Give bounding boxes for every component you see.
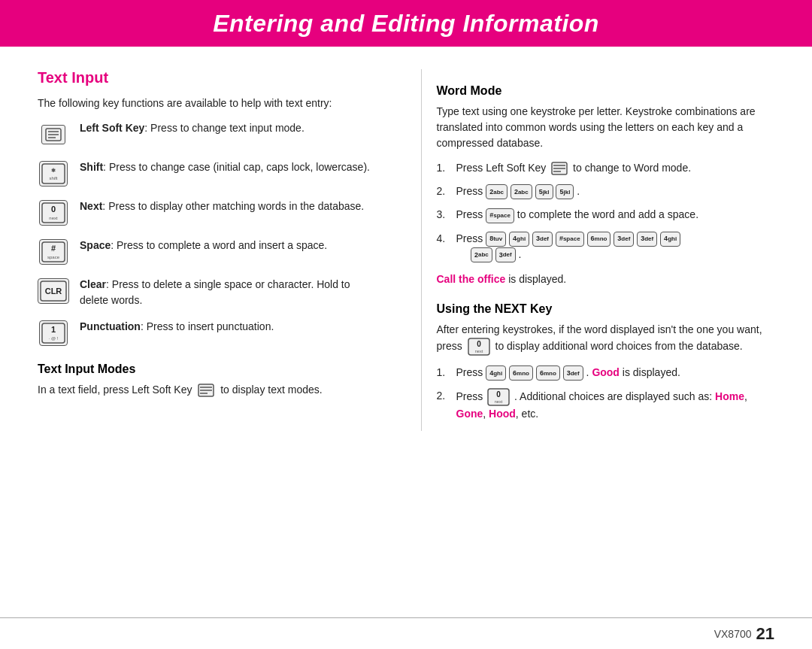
key-3def-s1: 3def <box>563 365 583 381</box>
list-item: 2. Press 0 next . Additional choices are… <box>437 388 775 422</box>
lsk-label: Left Soft Key <box>80 122 144 134</box>
punct-key-icon: 1 · @ ! <box>39 320 68 346</box>
svg-text:CLR: CLR <box>45 287 62 296</box>
modes-text: In a text field, press Left Soft Key to … <box>38 382 376 398</box>
word-mode-title: Word Mode <box>437 84 775 98</box>
space-key-icon: # space <box>39 239 68 265</box>
clr-key-icon: CLR <box>38 278 69 304</box>
step-content: Press 4ghi 6mno 6mno 3def . Good is disp… <box>456 365 775 381</box>
call-office-highlight: Call the office <box>437 273 506 285</box>
list-item: 1. Press Left Soft Key to change to Word… <box>437 160 775 176</box>
svg-text:· @ !: · @ ! <box>49 336 59 341</box>
step-num: 4. <box>437 231 452 247</box>
svg-text:space: space <box>47 255 60 259</box>
svg-text:next: next <box>49 216 58 220</box>
svg-text:shift: shift <box>49 176 57 180</box>
list-item: 1. Press 4ghi 6mno 6mno 3def . Good is d… <box>437 365 775 381</box>
key-4ghi-s1: 4ghi <box>486 365 506 381</box>
step-num: 2. <box>437 183 452 199</box>
list-item: ✱ shift Shift: Press to change case (ini… <box>38 159 376 188</box>
step-content: Press 2abc 2abc 5jkl 5jkl . <box>456 183 775 199</box>
call-office-suffix: is displayed. <box>505 273 566 285</box>
svg-text:✱: ✱ <box>51 168 56 173</box>
gone-highlight: Gone <box>456 408 483 420</box>
list-item: 2. Press 2abc 2abc 5jkl 5jkl . <box>437 183 775 199</box>
shift-key-icon: ✱ shift <box>39 161 68 187</box>
key-6mno: 6mno <box>587 232 611 247</box>
svg-rect-4 <box>42 164 65 183</box>
intro-text: The following key functions are availabl… <box>38 96 376 111</box>
lsk-desc: Left Soft Key: Press to change text inpu… <box>80 120 376 136</box>
text-input-title: Text Input <box>38 69 376 86</box>
punct-label: Punctuation <box>80 320 141 332</box>
key-6mno-s1-2: 6mno <box>536 365 560 381</box>
step-content: Press #space to complete the word and ad… <box>456 207 775 223</box>
key-3def-4: 3def <box>495 247 516 262</box>
next-key-icon: 0 next <box>39 200 68 226</box>
call-office-text: Call the office is displayed. <box>437 271 775 287</box>
key-2abc-3: 2abc <box>471 247 492 262</box>
svg-text:0: 0 <box>477 340 481 348</box>
svg-text:0: 0 <box>496 390 501 399</box>
clr-desc: Clear: Press to delete a single space or… <box>80 277 376 308</box>
key-6mno-s1: 6mno <box>509 365 533 381</box>
list-item: CLR Clear: Press to delete a single spac… <box>38 277 376 308</box>
modes-text-before: In a text field, press Left Soft Key <box>38 384 192 396</box>
shift-icon-wrap: ✱ shift <box>38 159 69 188</box>
next-icon-wrap: 0 next <box>38 199 69 227</box>
key-2abc-2: 2abc <box>511 184 532 199</box>
key-5jkl: 5jkl <box>535 184 553 199</box>
key-list: Left Soft Key: Press to change text inpu… <box>38 120 376 347</box>
left-column: Text Input The following key functions a… <box>38 69 391 431</box>
step-content: Press 8tuv 4ghi 3def #space 6mno 3def 3d… <box>456 231 775 263</box>
svg-text:1: 1 <box>51 325 56 334</box>
clr-icon-wrap: CLR <box>38 277 69 305</box>
space-label: Space <box>80 239 111 251</box>
footer-model: VX8700 <box>714 628 752 640</box>
step-num: 3. <box>437 207 452 223</box>
clr-label: Clear <box>80 278 106 290</box>
space-icon-wrap: # space <box>38 238 69 266</box>
key-hash-space: #space <box>486 208 514 223</box>
step-content: Press Left Soft Key to change to Word mo… <box>456 160 775 176</box>
svg-text:next: next <box>495 399 503 404</box>
right-column: Word Mode Type text using one keystroke … <box>421 69 775 431</box>
step-num: 2. <box>437 388 452 404</box>
shift-desc: Shift: Press to change case (initial cap… <box>80 159 376 175</box>
punct-desc: Punctuation: Press to insert punctuation… <box>80 319 376 335</box>
list-item: 0 next Next: Press to display other matc… <box>38 199 376 227</box>
punct-icon-wrap: 1 · @ ! <box>38 319 69 347</box>
list-item: # space Space: Press to complete a word … <box>38 238 376 266</box>
space-desc: Space: Press to complete a word and inse… <box>80 238 376 253</box>
list-item: 1 · @ ! Punctuation: Press to insert pun… <box>38 319 376 347</box>
word-mode-steps: 1. Press Left Soft Key to change to Word… <box>437 160 775 262</box>
key-hash-space-2: #space <box>556 232 584 247</box>
modes-lsk-inline-icon <box>198 384 214 397</box>
list-item: 3. Press #space to complete the word and… <box>437 207 775 223</box>
modes-text-after: to display text modes. <box>220 384 322 396</box>
good-highlight: Good <box>592 366 620 378</box>
home-highlight: Home <box>715 390 744 402</box>
step-content: Press 0 next . Additional choices are di… <box>456 388 775 422</box>
lsk-icon-wrap <box>38 120 69 149</box>
key-5jkl-2: 5jkl <box>556 184 574 199</box>
svg-text:#: # <box>51 244 56 253</box>
key-2abc: 2abc <box>486 184 508 199</box>
list-item: 4. Press 8tuv 4ghi 3def #space 6mno 3def… <box>437 231 775 263</box>
next-key-intro: After entering keystrokes, if the word d… <box>437 322 775 356</box>
next-key-icon-s2: 0 next <box>487 388 510 406</box>
step-num: 1. <box>437 365 452 381</box>
shift-label: Shift <box>80 161 103 173</box>
next-label: Next <box>80 200 102 212</box>
key-8tuv: 8tuv <box>486 232 506 247</box>
word-mode-intro: Type text using one keystroke per letter… <box>437 104 775 151</box>
key-4ghi-2: 4ghi <box>660 232 680 247</box>
page-header: Entering and Editing Information <box>0 0 812 47</box>
footer-page: 21 <box>756 624 774 644</box>
svg-text:next: next <box>474 349 483 353</box>
next-key-steps: 1. Press 4ghi 6mno 6mno 3def . Good is d… <box>437 365 775 422</box>
page-title: Entering and Editing Information <box>213 10 599 38</box>
page-footer: VX8700 21 <box>0 617 812 649</box>
key-4ghi: 4ghi <box>509 232 529 247</box>
key-3def: 3def <box>532 232 553 247</box>
